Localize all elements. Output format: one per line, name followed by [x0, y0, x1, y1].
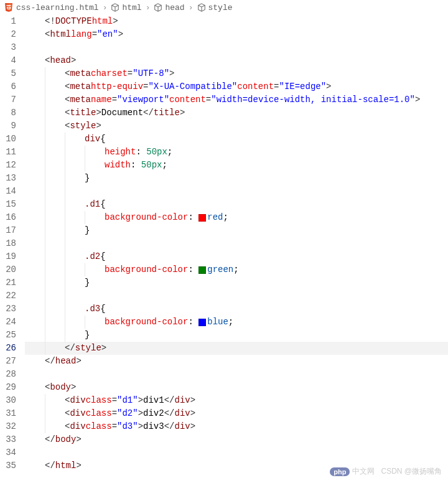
symbol-icon [154, 3, 162, 12]
breadcrumb-label: head [165, 3, 184, 12]
code-area[interactable]: <!DOCTYPE html><html lang="en"><head><me… [25, 15, 448, 483]
breadcrumb-file[interactable]: css-learning.html [4, 2, 99, 12]
chevron-right-icon: › [101, 3, 109, 12]
code-line[interactable]: background-color: green; [25, 263, 448, 276]
code-line[interactable]: <head> [25, 54, 448, 67]
code-line[interactable]: height: 50px; [25, 146, 448, 159]
code-line[interactable]: background-color: blue; [25, 316, 448, 329]
code-line[interactable]: <html lang="en"> [25, 28, 448, 41]
code-line[interactable]: .d1 { [25, 198, 448, 211]
symbol-icon [197, 3, 206, 12]
chevron-right-icon: › [144, 3, 152, 12]
code-line[interactable]: <div class="d1">div1</div> [25, 394, 448, 407]
code-line[interactable] [25, 185, 448, 198]
code-line[interactable]: <meta charset="UTF-8"> [25, 67, 448, 80]
code-line[interactable]: </head> [25, 355, 448, 368]
code-line[interactable]: <body> [25, 381, 448, 394]
breadcrumb-html[interactable]: html [111, 3, 141, 12]
code-line[interactable] [25, 41, 448, 54]
symbol-icon [111, 3, 119, 12]
code-editor[interactable]: 1234567891011121314151617181920212223242… [0, 15, 448, 483]
code-line[interactable]: <style> [25, 120, 448, 133]
chevron-right-icon: › [187, 3, 195, 12]
code-line[interactable]: <div class="d2">div2</div> [25, 407, 448, 420]
code-line[interactable] [25, 446, 448, 459]
code-line[interactable] [25, 289, 448, 302]
html5-icon [4, 2, 14, 12]
code-line[interactable]: width: 50px; [25, 159, 448, 172]
code-line[interactable]: } [25, 276, 448, 289]
breadcrumb-style[interactable]: style [197, 3, 233, 12]
code-line[interactable]: div { [25, 133, 448, 146]
breadcrumb-label: style [208, 3, 233, 12]
line-number-gutter: 1234567891011121314151617181920212223242… [0, 15, 25, 483]
code-line[interactable]: </style> [25, 342, 448, 355]
code-line[interactable]: <title>Document</title> [25, 106, 448, 120]
watermark: php 中文网 CSDN @微扬嘴角 [330, 466, 442, 477]
code-line[interactable]: .d2 { [25, 250, 448, 263]
code-line[interactable]: <meta http-equiv="X-UA-Compatible" conte… [25, 80, 448, 93]
breadcrumb-file-label: css-learning.html [16, 3, 99, 12]
code-line[interactable]: } [25, 224, 448, 237]
code-line[interactable]: .d3 { [25, 302, 448, 316]
code-line[interactable]: background-color: red; [25, 211, 448, 224]
php-badge: php [330, 467, 350, 476]
code-line[interactable]: <!DOCTYPE html> [25, 15, 448, 28]
code-line[interactable] [25, 368, 448, 381]
breadcrumb: css-learning.html › html › head › style [0, 0, 448, 15]
code-line[interactable]: <div class="d3">div3</div> [25, 420, 448, 433]
breadcrumb-label: html [122, 3, 141, 12]
code-line[interactable]: } [25, 329, 448, 342]
code-line[interactable] [25, 237, 448, 250]
code-line[interactable]: <meta name="viewport" content="width=dev… [25, 93, 448, 106]
code-line[interactable]: </body> [25, 433, 448, 446]
breadcrumb-head[interactable]: head [154, 3, 184, 12]
code-line[interactable]: } [25, 172, 448, 185]
